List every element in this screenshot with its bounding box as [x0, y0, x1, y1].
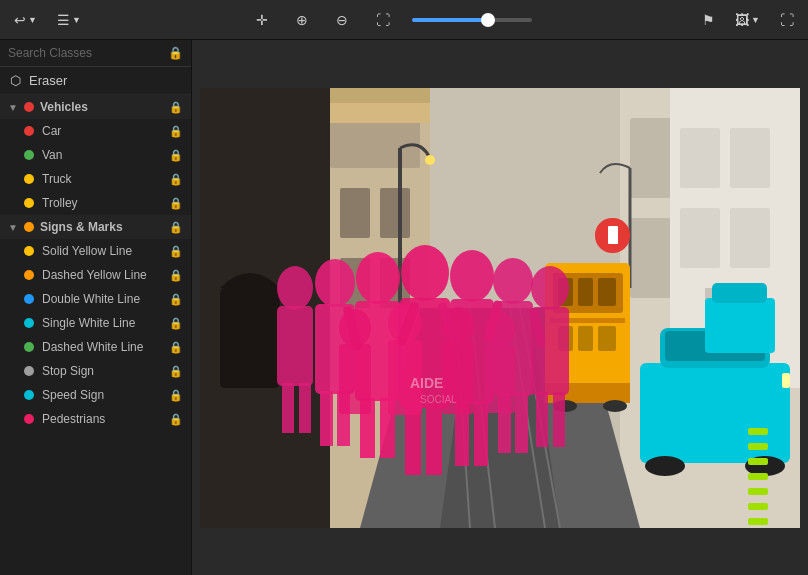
svg-rect-6 — [380, 188, 410, 238]
svg-rect-51 — [748, 443, 768, 450]
list-item[interactable]: Speed Sign 🔒 — [0, 383, 191, 407]
zoom-in-icon: ⊕ — [296, 12, 308, 28]
chevron-signs: ▼ — [8, 222, 18, 233]
move-icon: ✛ — [256, 12, 268, 28]
dashed-white-label: Dashed White Line — [42, 340, 161, 354]
svg-rect-15 — [680, 128, 720, 188]
svg-point-63 — [315, 259, 355, 307]
truck-lock-icon: 🔒 — [169, 173, 183, 186]
svg-rect-62 — [299, 383, 311, 433]
double-white-label: Double White Line — [42, 292, 161, 306]
truck-dot — [24, 174, 34, 184]
trolley-label: Trolley — [42, 196, 161, 210]
svg-rect-65 — [320, 391, 333, 446]
list-item[interactable]: Truck 🔒 — [0, 167, 191, 191]
search-box: 🔒 — [0, 40, 191, 67]
fit-icon: ⛶ — [376, 12, 390, 28]
svg-rect-18 — [730, 208, 770, 268]
lock-icon: 🔒 — [168, 46, 183, 60]
svg-rect-48 — [705, 298, 775, 353]
svg-rect-2 — [220, 288, 280, 388]
vehicles-lock-icon: 🔒 — [169, 101, 183, 114]
trolley-dot — [24, 198, 34, 208]
single-white-dot — [24, 318, 34, 328]
list-item[interactable]: Van 🔒 — [0, 143, 191, 167]
svg-rect-5 — [340, 188, 370, 238]
solid-yellow-lock: 🔒 — [169, 245, 183, 258]
truck-label: Truck — [42, 172, 161, 186]
van-dot — [24, 150, 34, 160]
list-item[interactable]: Dashed White Line 🔒 — [0, 335, 191, 359]
list-item[interactable]: Trolley 🔒 — [0, 191, 191, 215]
toolbar-right: ⚑ 🖼 ▼ ⛶ — [696, 8, 800, 32]
list-item[interactable]: Stop Sign 🔒 — [0, 359, 191, 383]
list-item[interactable]: Single White Line 🔒 — [0, 311, 191, 335]
toolbar: ↩ ▼ ☰ ▼ ✛ ⊕ ⊖ ⛶ ⚑ 🖼 ▼ ⛶ — [0, 0, 808, 40]
svg-rect-52 — [748, 458, 768, 465]
list-item[interactable]: Dashed Yellow Line 🔒 — [0, 263, 191, 287]
vehicles-dot — [24, 102, 34, 112]
flag-button[interactable]: ⚑ — [696, 8, 721, 32]
solid-yellow-label: Solid Yellow Line — [42, 244, 161, 258]
pedestrians-label: Pedestrians — [42, 412, 161, 426]
image-options-button[interactable]: 🖼 ▼ — [729, 8, 766, 32]
opacity-slider[interactable] — [412, 18, 532, 22]
dashed-white-dot — [24, 342, 34, 352]
svg-text:AIDE: AIDE — [410, 375, 443, 391]
list-item[interactable]: Car 🔒 — [0, 119, 191, 143]
car-dot — [24, 126, 34, 136]
move-tool-button[interactable]: ✛ — [250, 8, 274, 32]
van-label: Van — [42, 148, 161, 162]
svg-rect-58 — [608, 226, 618, 244]
zoom-out-button[interactable]: ⊖ — [330, 8, 354, 32]
pedestrians-dot — [24, 414, 34, 424]
svg-point-26 — [425, 155, 435, 165]
undo-button[interactable]: ↩ ▼ — [8, 8, 43, 32]
chevron-down-icon: ▼ — [72, 15, 81, 25]
svg-rect-74 — [426, 405, 442, 475]
expand-button[interactable]: ⛶ — [774, 8, 800, 32]
svg-point-45 — [645, 456, 685, 476]
chevron-down-icon: ▼ — [751, 15, 760, 25]
zoom-out-icon: ⊖ — [336, 12, 348, 28]
van-lock-icon: 🔒 — [169, 149, 183, 162]
list-item[interactable]: Solid Yellow Line 🔒 — [0, 239, 191, 263]
pedestrians-lock: 🔒 — [169, 413, 183, 426]
speed-sign-lock: 🔒 — [169, 389, 183, 402]
svg-point-59 — [277, 266, 313, 310]
dashed-yellow-dot — [24, 270, 34, 280]
search-input[interactable] — [8, 46, 162, 60]
zoom-in-button[interactable]: ⊕ — [290, 8, 314, 32]
svg-rect-16 — [730, 128, 770, 188]
svg-point-40 — [603, 400, 627, 412]
menu-button[interactable]: ☰ ▼ — [51, 8, 87, 32]
chevron-down-icon: ▼ — [28, 15, 37, 25]
double-white-dot — [24, 294, 34, 304]
list-item[interactable]: Pedestrians 🔒 — [0, 407, 191, 431]
canvas-area[interactable]: AIDE SOCIAL — [192, 40, 808, 575]
list-item[interactable]: Double White Line 🔒 — [0, 287, 191, 311]
toolbar-center: ✛ ⊕ ⊖ ⛶ — [95, 8, 688, 32]
signs-lock-icon: 🔒 — [169, 221, 183, 234]
svg-rect-36 — [578, 326, 593, 351]
signs-label: Signs & Marks — [40, 220, 163, 234]
car-label: Car — [42, 124, 161, 138]
main-layout: 🔒 ⬡ Eraser ▼ Vehicles 🔒 Car 🔒 Van 🔒 — [0, 40, 808, 575]
category-signs[interactable]: ▼ Signs & Marks 🔒 — [0, 215, 191, 239]
category-vehicles[interactable]: ▼ Vehicles 🔒 — [0, 95, 191, 119]
trolley-lock-icon: 🔒 — [169, 197, 183, 210]
svg-rect-53 — [748, 473, 768, 480]
menu-icon: ☰ — [57, 12, 70, 28]
svg-rect-49 — [712, 283, 767, 303]
dashed-yellow-label: Dashed Yellow Line — [42, 268, 161, 282]
eraser-item[interactable]: ⬡ Eraser — [0, 67, 191, 95]
fit-button[interactable]: ⛶ — [370, 8, 396, 32]
svg-rect-17 — [680, 208, 720, 268]
dashed-yellow-lock: 🔒 — [169, 269, 183, 282]
single-white-lock: 🔒 — [169, 317, 183, 330]
stop-sign-dot — [24, 366, 34, 376]
svg-rect-50 — [748, 428, 768, 435]
svg-point-79 — [493, 258, 533, 304]
vehicles-label: Vehicles — [40, 100, 163, 114]
stop-sign-label: Stop Sign — [42, 364, 161, 378]
